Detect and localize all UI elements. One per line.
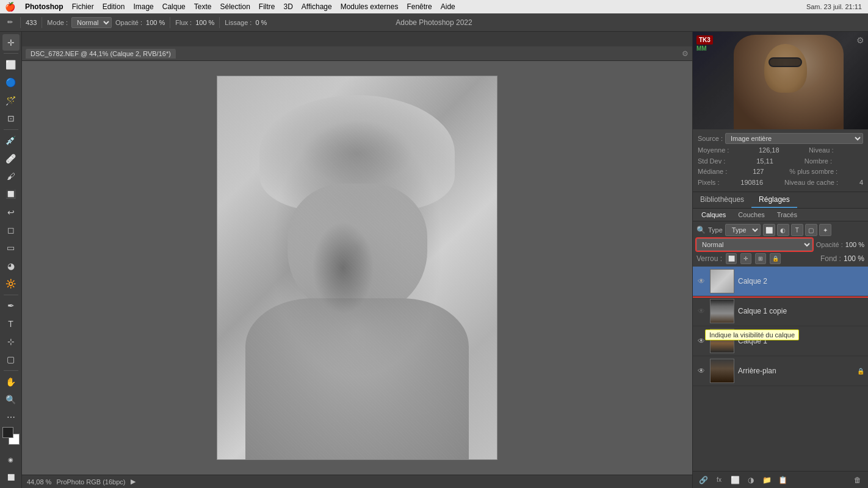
layer-thumbnail-calque1 xyxy=(710,329,734,353)
lock-pixel-btn[interactable]: ⬜ xyxy=(726,253,737,264)
lock-all-btn[interactable]: 🔒 xyxy=(770,253,781,264)
filter-adj-btn[interactable]: ◐ xyxy=(777,224,789,236)
new-layer-button[interactable]: 📋 xyxy=(776,473,789,487)
blur-tool[interactable]: ◕ xyxy=(2,257,20,274)
shape-tool[interactable]: ▢ xyxy=(2,351,20,368)
info-mediane-row: Médiane : 127 % plus sombre : xyxy=(698,167,863,178)
eraser-tool[interactable]: ◻ xyxy=(2,221,20,238)
zoom-tool[interactable]: 🔍 xyxy=(2,391,20,407)
layer-thumbnail-calque2 xyxy=(710,269,734,293)
heal-tool[interactable]: 🩹 xyxy=(2,150,20,167)
menu-selection[interactable]: Sélection xyxy=(216,2,253,12)
layer-visibility-calque2[interactable]: 👁 xyxy=(696,276,706,286)
nombre-label: Nombre : xyxy=(805,156,832,167)
subtab-calques[interactable]: Calques xyxy=(695,209,732,221)
layer-thumbnail-arriere-plan xyxy=(710,359,734,383)
lock-label: Verrou : xyxy=(696,254,722,263)
moyenne-value: 126,18 xyxy=(759,145,779,156)
menu-filtre[interactable]: Filtre xyxy=(255,2,279,12)
stamp-tool[interactable]: 🔲 xyxy=(2,186,20,203)
layer-thumb-portrait1 xyxy=(711,300,734,323)
brush-size-value: 433 xyxy=(26,19,37,26)
subtab-traces[interactable]: Tracés xyxy=(771,209,803,221)
menu-aide[interactable]: Aide xyxy=(437,2,459,12)
layer-item-calque1copie[interactable]: 👁 Calque 1 copie Indique la visibilité d… xyxy=(693,296,868,326)
layer-item-arriere-plan[interactable]: 👁 Arrière-plan 🔒 xyxy=(693,356,868,386)
brush-tool[interactable]: 🖌 xyxy=(2,168,20,184)
layer-name-calque1: Calque 1 xyxy=(738,337,767,345)
layer-lock-arriere-plan: 🔒 xyxy=(857,368,864,375)
dodge-tool[interactable]: 🔆 xyxy=(2,275,20,292)
extra-tool[interactable]: ⋯ xyxy=(2,409,20,426)
filter-smart-btn[interactable]: ✦ xyxy=(819,224,831,236)
link-layers-button[interactable]: 🔗 xyxy=(696,473,710,487)
screen-mode-tool[interactable]: ⬜ xyxy=(2,469,20,486)
menu-fichier[interactable]: Fichier xyxy=(68,2,98,12)
new-group-button[interactable]: 📁 xyxy=(760,473,773,487)
texture-lines xyxy=(217,76,497,459)
layer-type-select[interactable]: Type xyxy=(725,224,761,236)
eyedropper-tool[interactable]: 💉 xyxy=(2,132,20,149)
layer-visibility-calque1[interactable]: 👁 xyxy=(696,336,706,346)
niveau-label: Niveau : xyxy=(809,145,833,156)
canvas-tab-file[interactable]: DSC_6782.NEF @ 44,1% (Calque 2, RVB/16*) xyxy=(26,49,176,59)
layer-item-calque1[interactable]: 👁 Calque 1 xyxy=(693,326,868,356)
quick-mask-tool[interactable]: ◉ xyxy=(2,451,20,467)
hand-tool[interactable]: ✋ xyxy=(2,373,20,390)
layer-item-calque2[interactable]: 👁 Calque 2 xyxy=(693,267,868,296)
menu-3d[interactable]: 3D xyxy=(280,2,297,12)
camera-settings-icon[interactable]: ⚙ xyxy=(856,35,864,45)
subtab-couches[interactable]: Couches xyxy=(732,209,770,221)
opacity-label: Opacité : xyxy=(115,19,142,26)
fill-value[interactable]: 100 % xyxy=(844,254,864,263)
source-dropdown[interactable]: Image entière xyxy=(725,133,863,144)
fill-label: Fond : xyxy=(820,254,841,263)
tab-bibliotheques[interactable]: Bibliothèques xyxy=(693,192,751,208)
rectangular-marquee-tool[interactable]: ⬜ xyxy=(2,56,20,73)
filter-text-btn[interactable]: T xyxy=(791,224,803,236)
mode-label: Mode : xyxy=(47,19,68,26)
path-tool[interactable]: ⊹ xyxy=(2,333,20,350)
app-name-menu[interactable]: Photoshop xyxy=(21,2,67,12)
canvas-settings-icon[interactable]: ⚙ xyxy=(682,46,689,61)
menu-image[interactable]: Image xyxy=(129,2,157,12)
quick-selection-tool[interactable]: 🪄 xyxy=(2,92,20,109)
layer-effects-button[interactable]: fx xyxy=(712,473,726,487)
layer-visibility-calque1copie[interactable]: 👁 xyxy=(696,306,706,316)
opacity-layers-value[interactable]: 100 % xyxy=(845,241,864,248)
toolbar-separator-1 xyxy=(20,17,21,28)
menu-fenetre[interactable]: Fenêtre xyxy=(403,2,435,12)
blend-opacity-row: Normal Opacité : 100 % xyxy=(696,239,864,251)
mediane-value: 127 xyxy=(753,167,764,178)
menu-modules[interactable]: Modules externes xyxy=(337,2,402,12)
filter-pixel-btn[interactable]: ⬜ xyxy=(763,224,775,236)
lock-artboard-btn[interactable]: ⊞ xyxy=(755,253,766,264)
foreground-color-swatch[interactable] xyxy=(2,427,13,438)
history-tool[interactable]: ↩ xyxy=(2,204,20,220)
stddev-value: 15,11 xyxy=(756,156,773,167)
new-fill-button[interactable]: ◑ xyxy=(744,473,758,487)
menu-texte[interactable]: Texte xyxy=(190,2,215,12)
layer-visibility-arriere-plan[interactable]: 👁 xyxy=(696,366,706,376)
tab-reglages[interactable]: Réglages xyxy=(751,192,797,208)
filter-shape-btn[interactable]: ▢ xyxy=(805,224,817,236)
blend-mode-toolbar-select[interactable]: Normal xyxy=(71,17,112,28)
layer-name-calque1copie: Calque 1 copie xyxy=(738,307,787,315)
apple-menu-icon[interactable]: 🍎 xyxy=(5,2,15,12)
blend-mode-select[interactable]: Normal xyxy=(696,239,812,251)
lasso-tool[interactable]: 🔵 xyxy=(2,74,20,91)
text-tool[interactable]: T xyxy=(2,315,20,332)
left-tool-panel: ✛ ⬜ 🔵 🪄 ⊡ 💉 🩹 🖌 🔲 ↩ ◻ ▭ ◕ 🔆 ✒ T ⊹ ▢ ✋ 🔍 … xyxy=(0,32,22,488)
menu-edition[interactable]: Edition xyxy=(99,2,129,12)
pen-tool[interactable]: ✒ xyxy=(2,298,20,314)
lock-move-btn[interactable]: ✛ xyxy=(740,253,751,264)
move-tool[interactable]: ✛ xyxy=(2,34,20,51)
menu-calque[interactable]: Calque xyxy=(159,2,189,12)
menu-affichage[interactable]: Affichage xyxy=(298,2,336,12)
crop-tool[interactable]: ⊡ xyxy=(2,110,20,126)
add-mask-button[interactable]: ⬜ xyxy=(728,473,742,487)
toolbar-title: Adobe Photoshop 2022 xyxy=(396,18,472,27)
brush-tool-button[interactable]: ✏ xyxy=(5,17,15,27)
gradient-tool[interactable]: ▭ xyxy=(2,240,20,256)
delete-layer-button[interactable]: 🗑 xyxy=(851,473,864,487)
